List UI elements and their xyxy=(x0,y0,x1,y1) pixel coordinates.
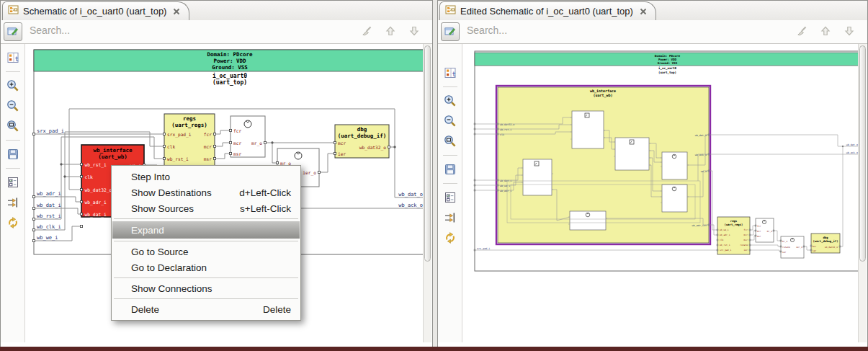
menu-item-show-destinations[interactable]: Show Destinationsd+Left-Click xyxy=(112,185,300,200)
toolbar-separator xyxy=(6,140,20,141)
sub-block[interactable] xyxy=(568,211,607,230)
block-mr[interactable]: fcr mcr msr mr_o xyxy=(229,116,266,157)
search-down-icon[interactable] xyxy=(408,25,421,37)
sub-block[interactable] xyxy=(661,152,689,179)
port[interactable] xyxy=(163,133,165,135)
search-options-button[interactable] xyxy=(441,22,460,41)
block-mr[interactable]: fcr mcr msr mr_o xyxy=(755,218,774,242)
port-label: msr xyxy=(233,151,241,156)
search-window-pen-icon xyxy=(6,25,19,37)
schematic-tab-icon xyxy=(445,4,456,18)
right-tool-column: t xyxy=(438,44,462,342)
port[interactable] xyxy=(80,225,82,227)
menu-item-go-to-declaration[interactable]: Go to Declaration xyxy=(112,259,300,275)
search-input[interactable] xyxy=(28,24,233,37)
schematic-view-icon[interactable]: t xyxy=(4,49,22,66)
clear-highlight-icon[interactable] xyxy=(795,25,808,37)
menu-item-show-sources[interactable]: Show Sourcess+Left-Click xyxy=(112,200,300,216)
zoom-out-icon[interactable] xyxy=(442,112,459,130)
save-icon[interactable] xyxy=(442,161,459,178)
port-label: fcr xyxy=(757,225,761,228)
block-ier[interactable]: mr_o rstate ier ier_o xyxy=(780,236,805,258)
input-label: wb_we_i xyxy=(37,235,58,241)
zoom-fit-icon[interactable] xyxy=(4,117,22,135)
search-input[interactable] xyxy=(465,24,670,37)
clear-highlight-icon[interactable] xyxy=(360,25,373,37)
sub-block[interactable] xyxy=(661,185,689,212)
port[interactable] xyxy=(80,200,82,203)
menu-item-expand[interactable]: Expand xyxy=(112,221,300,239)
show-pins-icon[interactable] xyxy=(442,209,459,226)
port-label: mcr xyxy=(757,230,761,233)
close-icon[interactable] xyxy=(640,8,647,15)
zoom-in-icon[interactable] xyxy=(442,92,459,110)
port[interactable] xyxy=(163,157,165,159)
refresh-icon[interactable] xyxy=(442,229,459,246)
close-icon[interactable] xyxy=(173,8,180,15)
sub-block[interactable] xyxy=(522,159,553,195)
zoom-in-icon[interactable] xyxy=(4,77,22,94)
search-up-icon[interactable] xyxy=(384,25,397,37)
port-label: wb_we_i xyxy=(85,224,104,230)
preferences-icon[interactable] xyxy=(4,174,22,191)
schematic-tab-icon xyxy=(8,4,19,18)
left-vertical-scrollbar[interactable] xyxy=(423,44,431,342)
zoom-fit-icon[interactable] xyxy=(442,133,459,150)
port-label: wb_dat_i xyxy=(85,212,107,218)
block-wb-interface-expanded[interactable]: wb_interface (uart_wb) wb_dat32_o wb_rst… xyxy=(496,86,710,244)
tab-schematic[interactable]: Schematic of i_oc_uart0 (uart_top) xyxy=(2,1,189,20)
port[interactable] xyxy=(213,145,215,147)
port-label: rstate xyxy=(782,246,790,249)
port[interactable] xyxy=(80,175,82,177)
menu-separator xyxy=(114,277,298,278)
port[interactable] xyxy=(213,157,215,159)
svg-text:t: t xyxy=(14,55,18,63)
right-vertical-scrollbar[interactable] xyxy=(858,44,867,342)
port[interactable] xyxy=(264,141,266,143)
show-pins-icon[interactable] xyxy=(4,194,22,211)
menu-item-step-into[interactable]: Step Into xyxy=(112,169,300,185)
right-schematic-canvas[interactable]: Domain: PDcore Power: VDD Ground: VSS i_… xyxy=(463,44,859,342)
block-type: (uart_wb) xyxy=(593,93,612,98)
input-label: srx_pad_i xyxy=(37,128,64,134)
zoom-out-icon[interactable] xyxy=(4,97,22,115)
tab-title: Schematic of i_oc_uart0 (uart_top) xyxy=(23,6,166,17)
instance-type: (uart_top) xyxy=(212,79,247,86)
refresh-icon[interactable] xyxy=(4,214,22,231)
preferences-icon[interactable] xyxy=(442,189,459,206)
port[interactable] xyxy=(80,213,82,215)
save-icon[interactable] xyxy=(4,146,22,163)
scrollbar-thumb[interactable] xyxy=(859,45,866,262)
port[interactable] xyxy=(229,129,231,131)
block-type: (uart_debug_if) xyxy=(813,239,838,243)
port[interactable] xyxy=(334,141,336,143)
port[interactable] xyxy=(229,152,231,154)
block-regs[interactable]: regs (uart_regs) wb_we_i wb_adr_i clk wb… xyxy=(717,217,751,254)
port[interactable] xyxy=(229,141,231,143)
search-up-icon[interactable] xyxy=(819,25,832,37)
schematic-view-icon[interactable]: t xyxy=(442,64,459,81)
port[interactable] xyxy=(80,188,82,190)
port[interactable] xyxy=(213,133,215,135)
port[interactable] xyxy=(163,145,165,147)
sub-block[interactable] xyxy=(571,111,605,148)
menu-item-go-to-source[interactable]: Go to Source xyxy=(112,244,300,259)
menu-item-show-connections[interactable]: Show Connections xyxy=(112,280,300,296)
search-options-button[interactable] xyxy=(4,22,22,41)
block-dbg[interactable]: dbg (uart_debug_if) mcr ier wb_dat32_o xyxy=(334,125,390,158)
port[interactable] xyxy=(80,163,82,165)
port[interactable] xyxy=(334,152,336,154)
port-label: fcr xyxy=(204,132,212,137)
scrollbar-thumb[interactable] xyxy=(424,45,431,262)
sub-block[interactable] xyxy=(614,138,650,170)
port-label: wb_adr_int xyxy=(692,224,707,227)
search-down-icon[interactable] xyxy=(843,25,856,37)
port[interactable] xyxy=(388,146,390,148)
tab-edited-schematic[interactable]: Edited Schematic of i_oc_uart0 (uart_top… xyxy=(439,1,656,20)
left-schematic-pane: Schematic of i_oc_uart0 (uart_top) t xyxy=(0,0,433,347)
port[interactable] xyxy=(276,161,278,164)
menu-item-delete[interactable]: DeleteDelete xyxy=(112,301,300,317)
block-dbg[interactable]: dbg (uart_debug_if) mcr ier wb_dat32_o xyxy=(810,234,841,253)
port-label: ier xyxy=(338,151,346,156)
port[interactable] xyxy=(318,171,320,173)
